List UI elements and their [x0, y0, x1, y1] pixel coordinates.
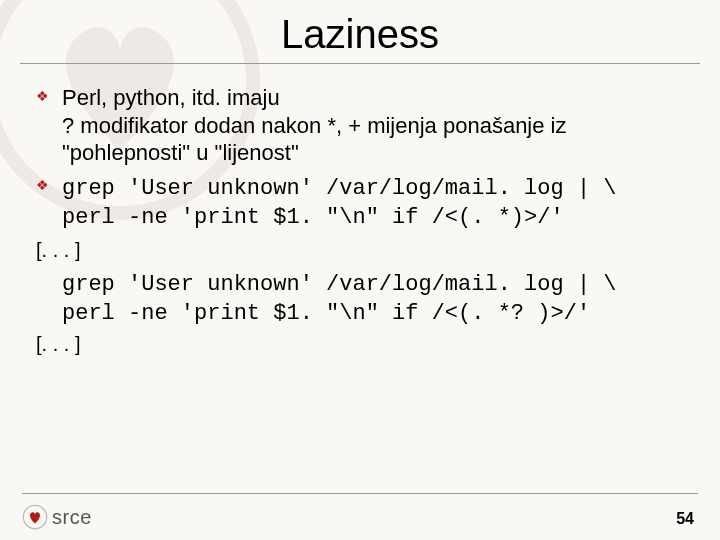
bullet-item: ❖ Perl, python, itd. imaju ? modifikator…	[34, 84, 686, 167]
bullet-text: Perl, python, itd. imaju ? modifikator d…	[62, 85, 573, 165]
slide-body: ❖ Perl, python, itd. imaju ? modifikator…	[0, 64, 720, 357]
logo: srce	[22, 504, 92, 530]
diamond-bullet-icon: ❖	[36, 88, 49, 106]
logo-text: srce	[52, 506, 92, 529]
slide: Laziness ❖ Perl, python, itd. imaju ? mo…	[0, 0, 720, 540]
slide-title: Laziness	[281, 12, 439, 57]
code-block: grep 'User unknown' /var/log/mail. log |…	[34, 269, 686, 328]
ellipsis-marker: [. . . ]	[34, 332, 686, 357]
footer: srce 54	[22, 500, 698, 530]
srce-heart-icon	[22, 504, 48, 530]
page-number: 54	[676, 510, 694, 528]
code-text: grep 'User unknown' /var/log/mail. log |…	[62, 272, 617, 327]
title-area: Laziness	[0, 0, 720, 61]
diamond-bullet-icon: ❖	[36, 177, 49, 195]
bullet-code: grep 'User unknown' /var/log/mail. log |…	[62, 176, 617, 231]
footer-divider	[22, 493, 698, 494]
bullet-item: ❖ grep 'User unknown' /var/log/mail. log…	[34, 173, 686, 232]
ellipsis-marker: [. . . ]	[34, 238, 686, 263]
